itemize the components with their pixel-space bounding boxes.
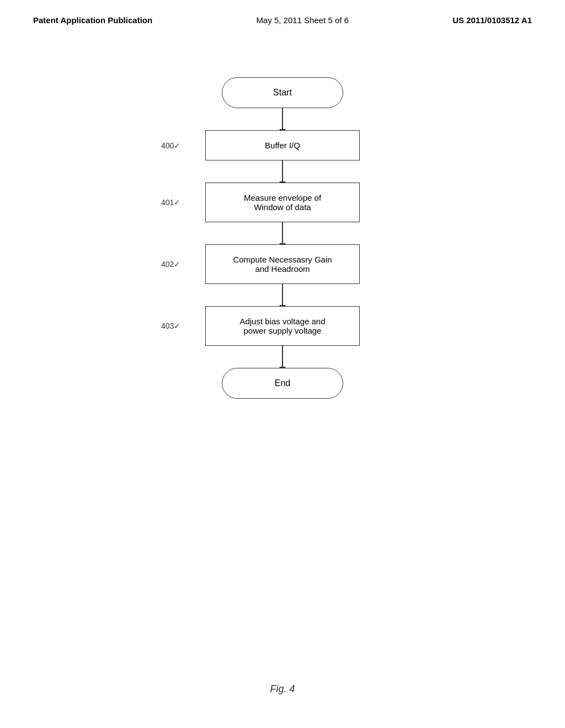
- step402-label: 402✓: [161, 260, 180, 269]
- step401-check: ✓: [174, 198, 180, 207]
- step402-check: ✓: [174, 260, 180, 269]
- step402-text: Compute Necessasry Gainand Headroom: [233, 255, 332, 274]
- step401-number: 401: [161, 198, 174, 207]
- step402-number: 402: [161, 260, 174, 269]
- step400-wrapper: 400✓ Buffer I/Q: [145, 130, 420, 160]
- step400-check: ✓: [174, 141, 180, 150]
- arrow-2: [282, 160, 283, 183]
- start-label: Start: [273, 88, 292, 97]
- step403-label: 403✓: [161, 322, 180, 330]
- end-wrapper: End: [145, 368, 420, 399]
- step403-text: Adjust bias voltage andpower supply volt…: [239, 317, 325, 335]
- start-node: Start: [222, 77, 343, 108]
- step402-wrapper: 402✓ Compute Necessasry Gainand Headroom: [145, 244, 420, 284]
- step401-label: 401✓: [161, 198, 180, 207]
- step403-node: Adjust bias voltage andpower supply volt…: [205, 306, 360, 346]
- step403-wrapper: 403✓ Adjust bias voltage andpower supply…: [145, 306, 420, 346]
- arrow-4: [282, 284, 283, 306]
- step401-wrapper: 401✓ Measure envelope ofWindow of data: [145, 183, 420, 222]
- diagram-area: Start 400✓ Buffer I/Q 401✓ Measure envel…: [0, 66, 565, 673]
- end-label: End: [275, 378, 290, 388]
- step400-text: Buffer I/Q: [265, 141, 300, 150]
- end-node: End: [222, 368, 343, 399]
- flowchart: Start 400✓ Buffer I/Q 401✓ Measure envel…: [145, 77, 420, 399]
- arrow-3: [282, 222, 283, 244]
- header-publication-label: Patent Application Publication: [33, 15, 152, 25]
- header-date-sheet: May 5, 2011 Sheet 5 of 6: [256, 15, 349, 25]
- step403-check: ✓: [174, 322, 180, 330]
- step401-text: Measure envelope ofWindow of data: [244, 193, 321, 212]
- step401-node: Measure envelope ofWindow of data: [205, 183, 360, 222]
- step403-number: 403: [161, 322, 174, 330]
- arrow-5: [282, 346, 283, 368]
- figure-caption: Fig. 4: [270, 683, 295, 695]
- step400-label: 400✓: [161, 141, 180, 150]
- arrow-1: [282, 108, 283, 130]
- header-patent-number: US 2011/0103512 A1: [452, 15, 532, 25]
- start-wrapper: Start: [145, 77, 420, 108]
- step402-node: Compute Necessasry Gainand Headroom: [205, 244, 360, 284]
- page-header: Patent Application Publication May 5, 20…: [0, 0, 565, 25]
- step400-number: 400: [161, 141, 174, 150]
- step400-node: Buffer I/Q: [205, 130, 360, 160]
